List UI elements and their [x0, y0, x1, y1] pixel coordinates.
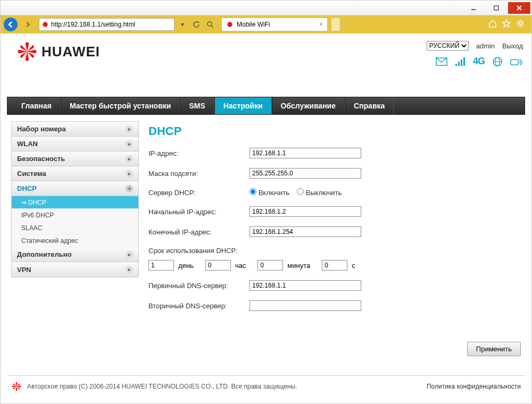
input-start-ip[interactable]: [250, 206, 361, 217]
label-dns2: Вторичный DNS-сервер:: [148, 302, 250, 310]
label-lease: Срок использования DHCP:: [148, 247, 250, 255]
huawei-favicon-icon: [41, 21, 49, 28]
svg-rect-18: [511, 60, 518, 65]
huawei-logo: HUAWEI: [16, 40, 100, 63]
chevron-down-icon: ▾: [126, 185, 133, 192]
subitem-ipv6-dhcp[interactable]: IPv6 DHCP: [12, 209, 138, 222]
favorites-icon[interactable]: [502, 19, 511, 30]
sidebar-item-dialup[interactable]: Набор номера▸: [12, 122, 138, 137]
chevron-right-icon: ▸: [126, 170, 133, 178]
copyright: Авторское право (C) 2006-2014 HUAWEI TEC…: [27, 383, 297, 390]
huawei-petal-icon: [16, 40, 38, 63]
dhcp-form: DHCP IP-адрес: Маска подсети: Сервер DHC…: [148, 121, 521, 356]
apply-button[interactable]: Применить: [467, 342, 521, 356]
svg-rect-11: [455, 64, 457, 66]
huawei-petal-icon: [11, 381, 22, 392]
settings-sidebar: Набор номера▸ WLAN▸ Безопасность▸ Систем…: [11, 121, 139, 356]
refresh-button[interactable]: [190, 19, 202, 30]
chevron-right-icon: ▸: [126, 125, 133, 133]
address-bar[interactable]: http://192.168.1.1/setting.html: [39, 18, 174, 31]
close-button[interactable]: [508, 2, 530, 14]
tools-icon[interactable]: [516, 19, 525, 30]
subitem-dhcp[interactable]: DHCP: [12, 196, 138, 209]
mail-icon[interactable]: [436, 57, 447, 66]
svg-rect-14: [463, 57, 465, 66]
chevron-right-icon: ▸: [126, 155, 133, 163]
forward-button[interactable]: [20, 17, 37, 32]
subitem-static[interactable]: Статический адрес: [12, 234, 138, 247]
input-end-ip[interactable]: [250, 226, 361, 237]
label-start-ip: Начальный IP-адрес:: [148, 208, 250, 216]
arrow-left-icon: [6, 20, 15, 29]
logout-link[interactable]: Выход: [502, 42, 523, 50]
input-dns1[interactable]: [250, 280, 361, 291]
radio-disable[interactable]: [297, 188, 304, 195]
svg-rect-13: [461, 60, 462, 66]
sidebar-group: Набор номера▸ WLAN▸ Безопасность▸ Систем…: [11, 121, 139, 277]
radio-enable-label[interactable]: Включить: [250, 188, 289, 197]
menu-settings[interactable]: Настройки: [214, 97, 272, 114]
search-icon: [206, 21, 214, 28]
chevron-right-icon: ▸: [126, 251, 133, 258]
svg-point-9: [519, 22, 521, 24]
menu-help[interactable]: Справка: [345, 97, 394, 114]
addr-dropdown[interactable]: ▾: [177, 19, 188, 30]
tab-close-icon[interactable]: ×: [319, 21, 323, 28]
huawei-favicon-icon: [226, 21, 234, 28]
input-lease-second[interactable]: [322, 260, 347, 271]
back-button[interactable]: [4, 18, 18, 31]
menu-home[interactable]: Главная: [13, 97, 61, 114]
label-dns1: Первичный DNS-сервер:: [148, 282, 250, 290]
label-minute: минута: [287, 262, 310, 270]
svg-point-8: [518, 21, 523, 26]
search-button[interactable]: [204, 19, 216, 30]
sidebar-item-system[interactable]: Система▸: [12, 166, 138, 181]
chevron-right-icon: ▸: [126, 266, 133, 273]
arrow-right-icon: [25, 21, 31, 28]
subitem-slaac[interactable]: SLAAC: [12, 222, 138, 234]
footer: Авторское право (C) 2006-2014 HUAWEI TEC…: [7, 375, 525, 397]
radio-disable-label[interactable]: Выключить: [297, 188, 342, 197]
menu-service[interactable]: Обслуживание: [272, 97, 345, 114]
sidebar-item-wlan[interactable]: WLAN▸: [12, 137, 138, 152]
input-lease-minute[interactable]: [257, 260, 283, 271]
label-mask: Маска подсети:: [148, 170, 250, 178]
privacy-link[interactable]: Политика конфиденциальности: [427, 383, 521, 390]
sidebar-item-vpn[interactable]: VPN▸: [12, 262, 138, 277]
sidebar-item-security[interactable]: Безопасность▸: [12, 152, 138, 166]
language-select[interactable]: РУССКИЙ: [427, 41, 469, 50]
browser-tab[interactable]: Mobile WiFi ×: [221, 18, 328, 31]
sidebar-item-dhcp[interactable]: DHCP▾: [12, 181, 138, 196]
input-dns2[interactable]: [250, 300, 361, 311]
router-page: HUAWEI РУССКИЙ admin Выход 4G Главная Ма…: [1, 33, 531, 397]
label-hour: час: [235, 262, 246, 270]
input-ip[interactable]: [250, 148, 361, 158]
refresh-icon: [193, 21, 200, 28]
menu-wizard[interactable]: Мастер быстрой установки: [61, 97, 180, 114]
label-ip: IP-адрес:: [148, 149, 250, 157]
signal-icon: [455, 57, 466, 66]
main-menu: Главная Мастер быстрой установки SMS Нас…: [7, 97, 525, 115]
sidebar-item-advanced[interactable]: Дополнительно▸: [12, 247, 138, 262]
minimize-button[interactable]: [462, 2, 485, 14]
wifi-icon: [510, 57, 523, 66]
input-mask[interactable]: [250, 168, 361, 179]
input-lease-hour[interactable]: [205, 260, 231, 271]
label-day: день: [178, 262, 194, 270]
new-tab-button[interactable]: [331, 18, 340, 31]
chevron-right-icon: ▸: [126, 140, 133, 148]
home-icon[interactable]: [488, 19, 497, 30]
label-second: с: [352, 262, 355, 270]
svg-line-6: [211, 26, 213, 28]
network-type: 4G: [473, 56, 485, 67]
input-lease-day[interactable]: [148, 260, 174, 271]
svg-point-4: [43, 22, 47, 27]
browser-nav: http://192.168.1.1/setting.html ▾ Mobile…: [1, 15, 531, 33]
svg-rect-12: [458, 62, 460, 66]
radio-enable[interactable]: [250, 188, 256, 195]
globe-icon[interactable]: [492, 56, 503, 67]
maximize-button[interactable]: [485, 2, 508, 14]
menu-sms[interactable]: SMS: [180, 97, 214, 114]
admin-link[interactable]: admin: [476, 42, 495, 50]
label-server: Сервер DHCP:: [148, 189, 250, 197]
